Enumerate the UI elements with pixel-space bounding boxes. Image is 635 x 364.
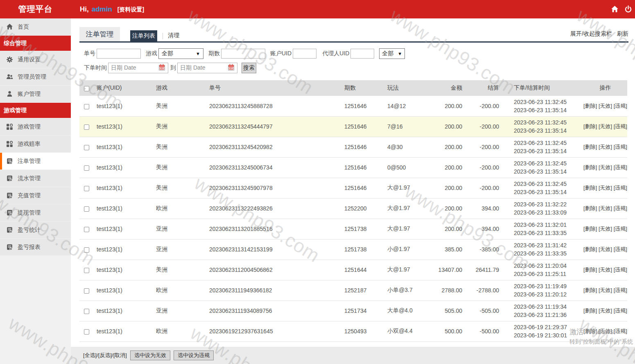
row-action[interactable]: [删除] xyxy=(583,205,597,211)
sidebar-item-3[interactable]: 管理员管理 xyxy=(0,68,71,85)
agent-uid-input[interactable] xyxy=(350,49,374,59)
row-action[interactable]: [违规] xyxy=(614,226,627,232)
row-action[interactable]: [无效] xyxy=(599,103,612,109)
row-action[interactable]: [删除] xyxy=(583,267,597,273)
cell-amount: 13407.00 xyxy=(434,260,465,280)
row-action[interactable]: [无效] xyxy=(599,307,612,314)
account-uid-label: 账户UID xyxy=(270,50,292,57)
cell-actions: [删除] [无效] [违规] xyxy=(583,219,627,239)
row-checkbox[interactable] xyxy=(84,165,89,171)
sidebar-item-7[interactable]: 游戏赔率 xyxy=(0,136,71,152)
sidebar-item-11[interactable]: 提现管理 xyxy=(0,204,71,221)
refresh-link[interactable]: 刷新 xyxy=(617,30,628,37)
game-label: 游戏 xyxy=(146,50,157,57)
cell-actions: [删除] [无效] [违规] xyxy=(583,239,627,260)
row-action[interactable]: [删除] xyxy=(583,185,597,191)
sidebar-item-2[interactable]: 通用设置 xyxy=(0,51,71,68)
row-action[interactable]: [违规] xyxy=(614,123,627,129)
doc-icon xyxy=(6,244,13,251)
toggle-search-link[interactable]: 展开/收起搜索栏 xyxy=(570,30,612,37)
select-all-checkbox[interactable] xyxy=(84,86,89,91)
sidebar-item-9[interactable]: 流水管理 xyxy=(0,170,71,187)
row-action[interactable]: [违规] xyxy=(614,328,627,334)
row-action[interactable]: [违规] xyxy=(614,144,627,150)
tab-clean[interactable]: 清理 xyxy=(168,30,179,41)
row-action[interactable]: [删除] xyxy=(583,123,597,129)
row-action[interactable]: [无效] xyxy=(599,287,612,293)
row-checkbox[interactable] xyxy=(84,309,89,314)
row-action[interactable]: [违规] xyxy=(614,267,627,273)
row-action[interactable]: [违规] xyxy=(614,287,627,293)
tab-order-list[interactable]: 注单列表 xyxy=(130,30,157,41)
cell-actions: [删除] [无效] [违规] xyxy=(583,280,627,301)
power-icon[interactable] xyxy=(624,5,632,13)
row-action[interactable]: [删除] xyxy=(583,246,597,252)
sidebar-item-10[interactable]: 充值管理 xyxy=(0,187,71,204)
row-action[interactable]: [违规] xyxy=(614,103,627,109)
grid-icon xyxy=(6,140,13,147)
cell-actions: [删除] [无效] [违规] xyxy=(583,198,627,219)
row-checkbox[interactable] xyxy=(84,247,89,253)
set-invalid-button[interactable]: 选中设为无效 xyxy=(130,350,170,360)
search-form: 单号 游戏 全部▼ 期数 账户UID 代理人UID 全部▼ 下单时间 日期 Da… xyxy=(84,48,405,73)
set-violation-button[interactable]: 选中设为违规 xyxy=(174,350,214,360)
row-action[interactable]: [无效] xyxy=(599,267,612,273)
row-action[interactable]: [无效] xyxy=(599,123,612,129)
row-action[interactable]: [无效] xyxy=(599,185,612,191)
account-uid-input[interactable] xyxy=(293,49,316,59)
row-checkbox[interactable] xyxy=(84,227,89,232)
sidebar-item-4[interactable]: 账户管理 xyxy=(0,86,71,102)
profile-settings-link[interactable]: [资料设置] xyxy=(118,6,144,14)
order-table-body: test123(1)美洲2023062311324588872812516461… xyxy=(79,96,627,341)
row-action[interactable]: [违规] xyxy=(614,164,627,170)
sidebar-item-8[interactable]: 注单管理 xyxy=(0,153,71,170)
row-action[interactable]: [违规] xyxy=(614,185,627,191)
row-action[interactable]: [删除] xyxy=(583,103,597,109)
tab-order-management[interactable]: 注单管理 xyxy=(79,27,120,41)
select-all-links[interactable]: [全选]/[反选]/[取消] xyxy=(83,352,127,359)
sidebar-item-13[interactable]: 盈亏报表 xyxy=(0,239,71,255)
row-checkbox[interactable] xyxy=(84,268,89,273)
sidebar-item-12[interactable]: 盈亏统计 xyxy=(0,222,71,238)
cell-times: 2023-06-23 11:32:452023-06-23 11:35:14 xyxy=(502,96,583,116)
row-checkbox[interactable] xyxy=(84,206,89,212)
date-from-input[interactable]: 日期 Date31 xyxy=(108,63,168,73)
row-action[interactable]: [删除] xyxy=(583,287,597,293)
date-to-input[interactable]: 日期 Date31 xyxy=(177,63,237,73)
row-checkbox[interactable] xyxy=(84,186,89,191)
sidebar-item-6[interactable]: 游戏管理 xyxy=(0,118,71,135)
row-checkbox[interactable] xyxy=(84,104,89,109)
col-order: 单号 xyxy=(207,80,342,96)
cell-period: 1251646 xyxy=(342,178,385,198)
row-checkbox[interactable] xyxy=(84,329,89,335)
cell-actions: [删除] [无效] [违规] xyxy=(583,96,627,116)
row-checkbox[interactable] xyxy=(84,288,89,294)
table-row: test123(1)美洲2023062311324588872812516461… xyxy=(79,96,627,116)
cell-account: test123(1) xyxy=(94,321,154,341)
row-action[interactable]: [无效] xyxy=(599,205,612,211)
row-checkbox[interactable] xyxy=(84,124,89,130)
row-checkbox[interactable] xyxy=(84,145,89,150)
col-amount: 金额 xyxy=(434,80,465,96)
search-button[interactable]: 搜索 xyxy=(242,63,256,73)
row-action[interactable]: [删除] xyxy=(583,144,597,150)
sidebar-item-0[interactable]: 首页 xyxy=(0,18,71,35)
row-action[interactable]: [违规] xyxy=(614,205,627,211)
row-action[interactable]: [无效] xyxy=(599,226,612,232)
order-no-input[interactable] xyxy=(97,49,141,59)
col-time: 下单/结算时间 xyxy=(502,80,583,96)
row-action[interactable]: [删除] xyxy=(583,164,597,170)
row-action[interactable]: [无效] xyxy=(599,328,612,334)
row-action[interactable]: [删除] xyxy=(583,307,597,314)
row-action[interactable]: [删除] xyxy=(583,328,597,334)
home-icon[interactable] xyxy=(611,5,619,13)
row-action[interactable]: [删除] xyxy=(583,226,597,232)
period-input[interactable] xyxy=(221,49,265,59)
status-select[interactable]: 全部▼ xyxy=(379,48,405,59)
row-action[interactable]: [违规] xyxy=(614,246,627,252)
row-action[interactable]: [无效] xyxy=(599,144,612,150)
game-select[interactable]: 全部▼ xyxy=(158,48,203,59)
row-action[interactable]: [违规] xyxy=(614,307,627,314)
row-action[interactable]: [无效] xyxy=(599,246,612,252)
row-action[interactable]: [无效] xyxy=(599,164,612,170)
